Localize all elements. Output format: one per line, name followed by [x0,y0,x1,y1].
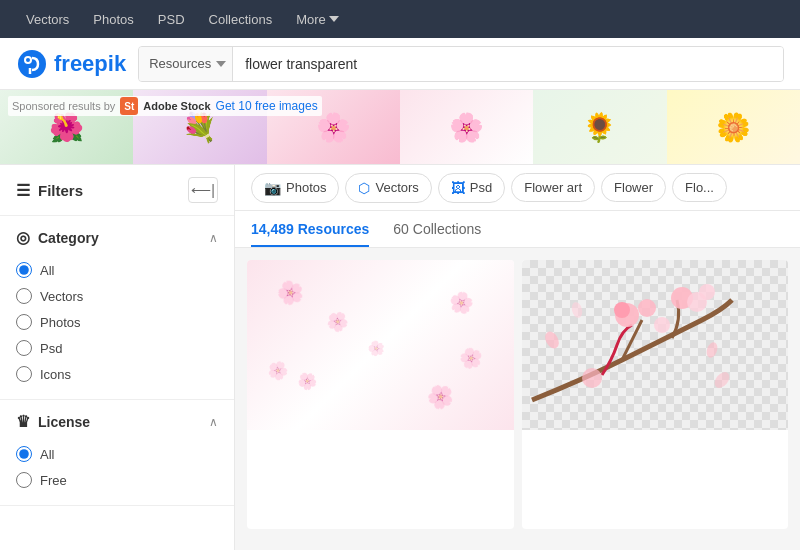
license-option-all[interactable]: All [16,441,218,467]
psd-tab-icon: 🖼 [451,180,465,196]
photos-tab-icon: 📷 [264,180,281,196]
svg-point-8 [638,299,656,317]
license-option-free-label: Free [40,473,67,488]
petal-6: 🌸 [365,338,386,358]
nav-photos[interactable]: Photos [83,0,143,38]
category-title: ◎ Category [16,228,99,247]
license-section: ♛ License ∧ All Free [0,400,234,506]
license-option-free[interactable]: Free [16,467,218,493]
tab-more[interactable]: Flo... [672,173,727,202]
nav-collections[interactable]: Collections [199,0,283,38]
license-option-all-label: All [40,447,54,462]
petal-2: 🌸 [323,306,353,336]
svg-point-15 [711,369,732,391]
license-title: ♛ License [16,412,90,431]
category-option-psd[interactable]: Psd [16,335,218,361]
svg-point-0 [18,50,46,78]
filters-label: Filters [38,182,83,199]
banner-flower-4: 🌸 [449,111,484,144]
category-option-photos-label: Photos [40,315,80,330]
freepik-logo-icon [16,48,48,80]
nav-more-label: More [296,12,326,27]
nav-vectors[interactable]: Vectors [16,0,79,38]
category-radio-psd[interactable] [16,340,32,356]
cherry-image [522,260,789,430]
petal-5: 🌸 [421,378,458,415]
adobe-logo-icon: St [120,97,138,115]
tab-flower-art[interactable]: Flower art [511,173,595,202]
license-radio-free[interactable] [16,472,32,488]
sponsored-label: Sponsored results by St Adobe Stock Get … [8,96,322,116]
nav-more[interactable]: More [286,0,349,38]
category-section-header[interactable]: ◎ Category ∧ [16,228,218,247]
petal-3: 🌸 [447,288,476,316]
license-section-header[interactable]: ♛ License ∧ [16,412,218,431]
category-collapse-arrow: ∧ [209,231,218,245]
sponsored-text: Sponsored results by [12,100,115,112]
category-radio-all[interactable] [16,262,32,278]
banner-image-6[interactable]: 🌼 [667,90,800,165]
adobe-stock-text: Adobe Stock [143,100,210,112]
petal-1: 🌸 [273,276,307,310]
tab-photos[interactable]: 📷 Photos [251,173,339,203]
category-option-vectors[interactable]: Vectors [16,283,218,309]
filter-header: ☰ Filters ⟵| [0,165,234,216]
svg-point-11 [654,317,670,333]
svg-point-2 [26,58,30,62]
search-input[interactable] [233,47,783,81]
psd-tab-label: Psd [470,180,492,195]
nav-psd[interactable]: PSD [148,0,195,38]
flower-art-tab-label: Flower art [524,180,582,195]
top-navigation: Vectors Photos PSD Collections More [0,0,800,38]
vectors-tab-icon: ⬡ [358,180,370,196]
banner-image-5[interactable]: 🌻 [533,90,666,165]
sidebar: ☰ Filters ⟵| ◎ Category ∧ All Ve [0,165,235,550]
category-option-photos[interactable]: Photos [16,309,218,335]
category-option-vectors-label: Vectors [40,289,83,304]
category-section: ◎ Category ∧ All Vectors Photos [0,216,234,400]
vectors-tab-label: Vectors [375,180,418,195]
flower-tab-label: Flower [614,180,653,195]
petal-7: 🌸 [456,342,488,374]
more-tab-label: Flo... [685,180,714,195]
petal-4: 🌸 [293,367,320,394]
collections-count: 60 Collections [393,221,481,237]
free-images-link[interactable]: Get 10 free images [216,99,318,113]
tab-vectors[interactable]: ⬡ Vectors [345,173,431,203]
tab-flower[interactable]: Flower [601,173,666,202]
license-radio-all[interactable] [16,446,32,462]
svg-point-14 [570,301,584,319]
grid-item-cherry[interactable] [522,260,789,529]
photos-tab-label: Photos [286,180,326,195]
category-radio-vectors[interactable] [16,288,32,304]
collapse-sidebar-button[interactable]: ⟵| [188,177,218,203]
banner-flower-5: 🌻 [582,111,617,144]
resources-tab[interactable]: 14,489 Resources [251,221,369,247]
results-bar: 14,489 Resources 60 Collections [235,211,800,248]
cherry-blossom-svg [522,260,742,430]
tab-psd[interactable]: 🖼 Psd [438,173,505,203]
banner-image-4[interactable]: 🌸 [400,90,533,165]
logo-text: freepik [54,51,126,77]
category-label: Category [38,230,99,246]
category-radio-icons[interactable] [16,366,32,382]
search-category-select[interactable]: Resources [139,47,233,81]
svg-point-5 [614,302,630,318]
grid-item-petals[interactable]: 🌸 🌸 🌸 🌸 🌸 🌸 🌸 🌸 [247,260,514,529]
site-header: freepik Resources [0,38,800,90]
svg-point-13 [704,341,719,359]
category-option-icons[interactable]: Icons [16,361,218,387]
license-collapse-arrow: ∧ [209,415,218,429]
svg-point-10 [582,368,602,388]
petals-image: 🌸 🌸 🌸 🌸 🌸 🌸 🌸 🌸 [247,260,514,430]
svg-point-12 [542,329,561,351]
search-bar: Resources [138,46,784,82]
license-icon: ♛ [16,412,30,431]
banner-flower-6: 🌼 [716,111,751,144]
category-option-all[interactable]: All [16,257,218,283]
collections-tab[interactable]: 60 Collections [393,221,481,247]
category-option-all-label: All [40,263,54,278]
main-layout: ☰ Filters ⟵| ◎ Category ∧ All Ve [0,165,800,550]
category-radio-photos[interactable] [16,314,32,330]
logo-link[interactable]: freepik [16,48,126,80]
